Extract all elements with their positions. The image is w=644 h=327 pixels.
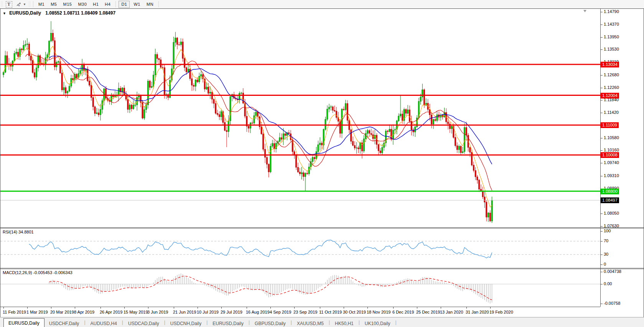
candle [131,105,132,109]
candle [462,152,463,153]
chart-tab-8[interactable]: HK50,H1 [330,319,358,327]
macd-tick-tick [601,304,603,304]
chart-shift-marker[interactable] [583,10,586,12]
candle [394,130,395,130]
date-tick [100,307,101,309]
candle [21,49,22,50]
candle [151,86,152,87]
toolbar-grip-2[interactable] [28,1,31,7]
candle [47,55,48,58]
candle [312,157,313,161]
candle [327,109,328,119]
date-label: 3 Jun 2019 [147,310,168,314]
candle [54,41,55,67]
collapse-triangle-icon[interactable]: ▼ [3,12,6,15]
candle [435,120,436,121]
candle [265,150,266,158]
candle [491,200,492,221]
candle [219,115,220,117]
timeframe-button-m15[interactable]: M15 [61,1,74,8]
arrows-tool-button[interactable]: ▼ [15,1,27,8]
chart-tab-6[interactable]: GBPUSD,Daily [250,319,290,327]
candle [82,64,83,71]
chart-tab-4[interactable]: USDCNH,Daily [166,319,206,327]
candle [61,73,63,90]
price-tick-tick [601,138,603,138]
candle [420,97,421,101]
candle [89,81,90,85]
date-label: 16 Aug 2019 [246,310,270,314]
candle [98,113,99,115]
rsi-tick: 70 [604,238,608,243]
candle [283,134,284,140]
date-label: 11 Feb 2019 [3,310,26,314]
timeframe-button-w1[interactable]: W1 [131,1,143,8]
timeframe-button-mn[interactable]: MN [144,1,156,8]
macd-pane[interactable]: MACD(12,26,9) -0.005453 -0.006343 [0,269,600,307]
candle [14,54,15,61]
date-tick [198,307,198,309]
date-tick [75,307,75,309]
candle [127,99,128,110]
candle [301,173,302,174]
price-axis[interactable]: 1.147901.143701.139501.135301.131101.126… [601,9,644,317]
candle [52,33,53,41]
chart-tab-1[interactable]: USDCHF,Daily [44,319,84,327]
price-tick-tick [601,49,603,50]
candle [479,180,480,189]
candle [387,131,388,132]
chart-tab-2[interactable]: AUDUSD,H4 [86,319,122,327]
text-tool-button[interactable]: T [4,1,14,8]
chart-tab-7[interactable]: XAUUSD,M5 [292,319,328,327]
price-tick: 1.09310 [604,173,619,178]
chart-tab-9[interactable]: UK100,Daily [360,319,395,327]
candle [380,151,381,153]
date-label: 11 Oct 2019 [319,310,342,314]
candle [58,62,59,62]
candle [195,80,196,87]
timeframe-button-m1[interactable]: M1 [36,1,47,8]
timeframe-button-m5[interactable]: M5 [48,1,59,8]
toolbar-separator-end [158,1,159,7]
chart-tab-3[interactable]: USDCAD,Daily [124,319,164,327]
main-price-pane[interactable] [0,9,600,227]
candle [369,131,370,133]
toolbar-grip[interactable] [1,1,3,7]
candle [431,115,432,124]
timeframe-button-h4[interactable]: H4 [102,1,113,8]
candle [34,72,35,77]
candle [180,42,181,44]
date-axis[interactable]: 11 Feb 20191 Mar 201920 Mar 20198 Apr 20… [0,307,600,317]
candle [248,126,249,128]
candle [7,56,8,64]
candle [217,113,218,115]
price-tick-tick [601,214,603,214]
candle [281,138,282,140]
date-tick [270,307,271,309]
candlestick-chart [0,9,600,227]
chart-tab-5[interactable]: EURUSD,Daily [208,319,248,327]
rsi-pane[interactable]: RSI(14) 34.8801 [0,228,600,268]
macd-tick-tick [601,272,603,272]
chart-tab-0-active[interactable]: EURUSD,Daily [3,318,44,327]
timeframe-button-h1[interactable]: H1 [91,1,101,8]
candle [469,148,471,153]
price-tick: 1.09740 [604,160,619,165]
candle [18,52,19,56]
level-price-tag-1: 1.12004 [601,93,619,99]
date-label: 8 Apr 2019 [74,310,94,314]
candle [177,38,178,44]
date-label: 13 Jan 2020 [440,310,463,314]
price-tick: 1.14790 [604,9,619,14]
timeframe-button-m30[interactable]: M30 [76,1,89,8]
candle [405,110,407,113]
candle [178,44,180,45]
date-label: 26 Apr 2019 [100,310,122,314]
timeframe-button-d1[interactable]: D1 [119,1,130,8]
candle [318,145,319,152]
price-tick: 1.12260 [604,85,619,90]
candle [209,92,211,93]
candle [273,143,275,149]
candle [38,56,39,68]
candle [407,110,408,113]
